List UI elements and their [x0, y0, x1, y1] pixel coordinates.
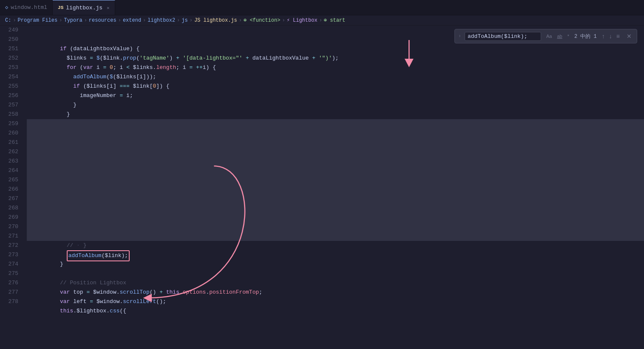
find-options: Aa ab * [545, 33, 571, 40]
code-line-268: // · · · · · · imageNumber·=·j; [27, 203, 644, 213]
code-line-263: // · · // If image·is·part·of·a·set [27, 157, 644, 166]
js-icon: JS [58, 5, 63, 10]
tab-label: window.html [11, 4, 47, 11]
find-close-button[interactable]: ✕ [625, 32, 633, 40]
code-line-277: var left = $window.scrollLeft(); [27, 288, 644, 297]
html-icon: ◇ [5, 4, 8, 11]
code-line-256: } [27, 91, 644, 100]
code-line-269: // · · · · } [27, 213, 644, 222]
code-line-262: // · } else { [27, 147, 644, 157]
code-line-264: // · · $links·=·$($link.prop('tagName')·… [27, 166, 644, 175]
code-line-275: // Position Lightbox [27, 269, 644, 278]
code-line-271: // · } [27, 232, 644, 241]
find-bar: › Aa ab * 2 中的 1 ↑ ↓ ≡ ✕ [454, 29, 637, 43]
code-line-254: if ($links[i] === $link[0]) { [27, 72, 644, 82]
code-line-278: this.$lightbox.css({ [27, 297, 644, 306]
code-line-252: for (var i = 0; i < $links.length; i = +… [27, 54, 644, 63]
tab-window-html[interactable]: ◇ window.html [0, 0, 53, 15]
find-next-button[interactable]: ↓ [607, 32, 614, 40]
close-tab-button[interactable]: ✕ [107, 5, 110, 11]
code-line-260: // · · // If image·is·not·part·of·a·set [27, 129, 644, 138]
code-line-258: } else { [27, 110, 644, 119]
code-line-259: // if ($link.attr('rel') ==== 'lightbox'… [27, 119, 644, 129]
code-line-261: // · · addToAlbum($link); [27, 138, 644, 147]
find-regex-button[interactable]: * [566, 33, 571, 40]
code-line-273: } [27, 250, 644, 260]
find-navigation: ↑ ↓ ≡ [600, 32, 621, 40]
code-line-266: // · · · · addToAlbum($($links[j])); [27, 185, 644, 194]
code-line-276: var top = $window.scrollTop() + this.opt… [27, 278, 644, 288]
line-numbers: 249 250 251 252 253 254 255 256 257 258 … [0, 26, 23, 348]
code-line-253: addToAlbum($($links[i])); [27, 63, 644, 72]
code-line-270: // · · } [27, 222, 644, 232]
breadcrumb: C: › Program Files › Typora › resources … [0, 15, 644, 26]
find-whole-word-button[interactable]: ab [555, 33, 564, 40]
find-bar-chevron: › [458, 33, 461, 39]
code-line-274 [27, 260, 644, 269]
tab-label: lightbox.js [66, 5, 102, 11]
code-line-272: addToAlbum($link); [27, 241, 644, 250]
code-area[interactable]: if (dataLightboxValue) { $links = $($lin… [23, 26, 644, 348]
find-count: 2 中的 1 [574, 33, 597, 40]
code-line-251: $links = $($link.prop('tagName') + '[dat… [27, 44, 644, 54]
code-line-257: } [27, 100, 644, 110]
tab-bar: ◇ window.html JS lightbox.js ✕ [0, 0, 644, 15]
code-line-267: // · · · · if·($links[j]·===·$link[0])·{ [27, 194, 644, 203]
find-input[interactable] [465, 32, 541, 41]
editor: › Aa ab * 2 中的 1 ↑ ↓ ≡ ✕ 249 250 251 252… [0, 26, 644, 348]
code-line-265: // · · for·(var·j·=·0;·j·<·$links.length… [27, 175, 644, 185]
find-previous-button[interactable]: ↑ [600, 32, 607, 40]
find-menu-button[interactable]: ≡ [615, 32, 621, 40]
tab-lightbox-js[interactable]: JS lightbox.js ✕ [53, 0, 115, 15]
find-case-sensitive-button[interactable]: Aa [545, 33, 553, 40]
code-line-255: imageNumber = i; [27, 82, 644, 91]
